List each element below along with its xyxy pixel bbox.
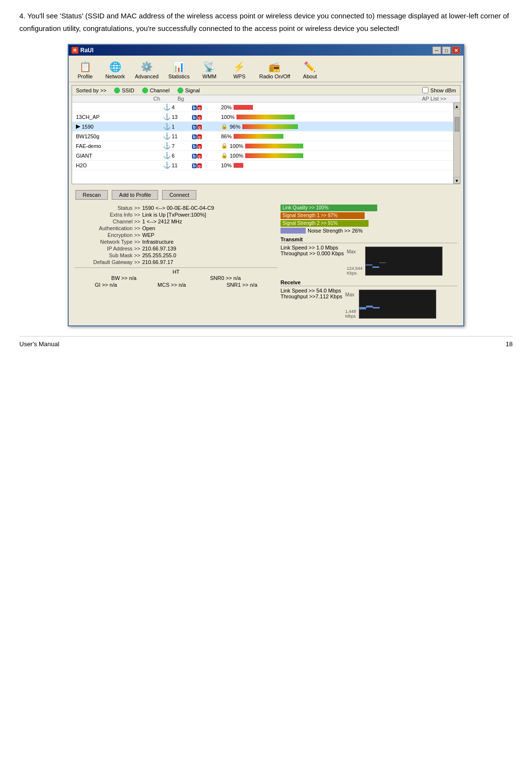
channel-cell: ⚓ 11 [163, 132, 192, 140]
toolbar-wmm[interactable]: 📡 WMM [195, 58, 224, 82]
ssid-value: FAE-demo [76, 143, 101, 149]
signal-cell: 🔒 96% [221, 123, 318, 130]
signal-bar [234, 105, 253, 110]
info-row-nettype: Network Type >> Infrastructure [74, 238, 278, 245]
title-bar-left: R RaUI [72, 47, 93, 54]
about-label: About [303, 73, 317, 79]
connect-button[interactable]: Connect [162, 190, 196, 200]
channel-cell: ⚓ 11 [163, 161, 192, 169]
tx-bar-3 [379, 263, 386, 263]
auth-label: Authentication >> [74, 225, 142, 231]
snr0-value: SNR0 >> n/a [210, 275, 241, 281]
scrollbar[interactable]: ▲ ▼ [453, 103, 460, 184]
minimize-button[interactable]: ─ [432, 46, 441, 54]
info-row-gateway: Default Gateway >> 210.66.97.17 [74, 259, 278, 265]
rx-bar-3 [373, 307, 380, 308]
table-row[interactable]: H2O ⚓ 11 bg 10% [72, 161, 460, 170]
statistics-label: Statistics [168, 73, 190, 79]
lock-icon: 🔒 [221, 123, 228, 130]
wps-label: WPS [233, 73, 245, 79]
maximize-button[interactable]: □ [442, 46, 451, 54]
ssid-cell: 13CH_AP [76, 114, 163, 120]
toolbar-advanced[interactable]: ⚙️ Advanced [131, 58, 163, 82]
channel-icon: ⚓ [163, 152, 171, 159]
window-controls: ─ □ ✕ [432, 46, 460, 54]
bg-cell: bg [192, 143, 221, 149]
ssid-value: BW1250g [76, 133, 99, 139]
col-ssid [76, 96, 153, 102]
table-row[interactable]: GIANT ⚓ 6 bg 🔒 100% [72, 151, 460, 161]
signal1-label: Signal Strength 1 >> 87% [281, 213, 340, 218]
info-left-panel: Status >> 1590 <--> 00-0E-8E-0C-04-C9 Ex… [74, 205, 278, 321]
app-icon: R [72, 47, 78, 54]
toolbar-network[interactable]: 🌐 Network [101, 58, 130, 82]
receive-chart: Max 1,448 Mbps [345, 288, 437, 321]
table-row[interactable]: ▶ 1590 ⚓ 1 bg 🔒 96% [72, 122, 460, 132]
rx-chart-area [359, 290, 436, 319]
scroll-down[interactable]: ▼ [454, 177, 460, 184]
toolbar-about[interactable]: ✏️ About [296, 58, 325, 82]
ht-section: HT [74, 267, 278, 275]
ssid-cell: FAE-demo [76, 143, 163, 149]
scroll-thumb[interactable] [455, 117, 459, 132]
signal-bar [234, 163, 243, 168]
profile-icon: 📋 [77, 60, 93, 73]
table-row[interactable]: FAE-demo ⚓ 7 bg 🔒 100% [72, 141, 460, 151]
close-button[interactable]: ✕ [452, 46, 460, 54]
signal-bar [245, 153, 303, 158]
toolbar-wps[interactable]: ⚡ WPS [225, 58, 254, 82]
toolbar-statistics[interactable]: 📊 Statistics [164, 58, 194, 82]
ssid-value: GIANT [76, 153, 92, 159]
signal2-bar: Signal Strength 2 >> 91% [281, 220, 458, 227]
toolbar-profile[interactable]: 📋 Profile [71, 58, 100, 82]
transmit-chart: Max 124,544 Kbps [347, 245, 443, 278]
tx-chart-area [365, 247, 443, 276]
g-icon: g [197, 115, 202, 120]
signal-pct: 100% [230, 153, 243, 159]
table-row[interactable]: 13CH_AP ⚓ 13 bg 100% [72, 112, 460, 122]
sorted-by-label: Sorted by >> [76, 88, 106, 93]
bg-cell: bg [192, 104, 221, 110]
channel-value: 11 [172, 162, 177, 168]
advanced-icon: ⚙️ [139, 60, 154, 73]
channel-value: 7 [172, 143, 175, 149]
b-icon: b [192, 144, 197, 149]
channel-icon: ⚓ [163, 142, 171, 149]
channel-cell: ⚓ 13 [163, 113, 192, 120]
table-row[interactable]: BW1250g ⚓ 11 bg 86% [72, 132, 460, 141]
ssid-label: SSID [122, 88, 134, 93]
toolbar: 📋 Profile 🌐 Network ⚙️ Advanced 📊 Statis… [69, 56, 463, 82]
show-dbm-checkbox[interactable] [422, 87, 429, 93]
signal-bar [245, 144, 303, 148]
wps-icon: ⚡ [232, 60, 247, 73]
radio-icon: 📻 [267, 60, 282, 73]
channel-icon: ⚓ [163, 161, 171, 169]
gw-value: 210.66.97.17 [142, 259, 278, 265]
channel-cell: ⚓ 7 [163, 142, 192, 149]
rescan-button[interactable]: Rescan [75, 190, 108, 200]
radio-label: Radio On/Off [259, 73, 290, 79]
scroll-up[interactable]: ▲ [454, 103, 460, 109]
channel-dot [142, 88, 148, 93]
footer-label: User's Manual [19, 340, 59, 348]
rx-throughput: Throughput >>7.112 Kbps [281, 293, 342, 299]
signal-cell: 86% [221, 133, 318, 139]
table-row[interactable]: ⚓ 4 bg 20% [72, 103, 460, 112]
signal-label: Signal [185, 88, 200, 93]
channel-value: 4 [172, 104, 175, 110]
ap-columns: Ch Bg AP List >> [72, 95, 460, 103]
signal-cell: 20% [221, 104, 318, 110]
channel-icon: ⚓ [163, 113, 171, 120]
channel-value: 6 [172, 153, 175, 159]
channel-value: 13 [172, 114, 177, 120]
channel-info-value: 1 <--> 2412 MHz [142, 219, 278, 224]
signal-header: Signal [177, 88, 200, 93]
ssid-value: 13CH_AP [76, 114, 100, 120]
rx-bar-2 [366, 306, 373, 308]
toolbar-radio[interactable]: 📻 Radio On/Off [255, 58, 295, 82]
page-footer: User's Manual 18 [19, 336, 513, 348]
noise-label: Noise Strength >> 26% [308, 228, 363, 234]
add-to-profile-button[interactable]: Add to Profile [112, 190, 158, 200]
show-dbm-area: Show dBm [422, 87, 456, 93]
signal-pct: 96% [230, 124, 240, 130]
